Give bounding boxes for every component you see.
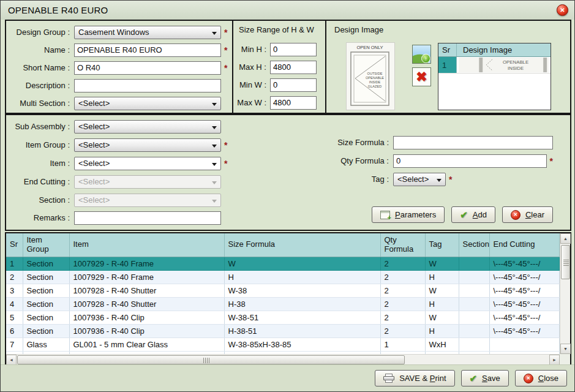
mini-sr-header: Sr	[438, 43, 457, 56]
item-select[interactable]: <Select>	[74, 157, 221, 170]
size-formula-label: Size Formula :	[325, 138, 393, 147]
design-image-row[interactable]: 1 OPENABLE INSIDE	[438, 57, 551, 74]
delete-image-button[interactable]: ✖	[412, 67, 431, 86]
col-section[interactable]: Section	[459, 233, 489, 257]
clear-button[interactable]: ✕ Clear	[502, 206, 553, 223]
printer-icon	[383, 374, 394, 383]
dialog-title: OPENABLE R40 EURO	[8, 5, 108, 15]
window-diagram: OPEN ONLY OUTSIDE OPENABLE INSIDE GLAZED	[347, 43, 393, 108]
name-field[interactable]	[74, 43, 221, 57]
scroll-up-icon[interactable]: ▲	[560, 233, 571, 244]
table-row[interactable]: 5Section 1007936 - R-40 ClipW-38-51 2W \…	[6, 311, 560, 324]
add-button[interactable]: ✔ Add	[451, 206, 495, 223]
svg-text:OPEN ONLY: OPEN ONLY	[356, 45, 383, 50]
min-w-field[interactable]	[270, 78, 317, 92]
qty-formula-field[interactable]	[393, 154, 547, 168]
col-item[interactable]: Item	[69, 233, 224, 257]
design-group-label: Design Group :	[6, 28, 74, 37]
col-qty-formula[interactable]: Qty Formula	[380, 233, 425, 257]
chevron-down-icon	[212, 126, 217, 129]
check-icon: ✔	[470, 374, 478, 383]
save-button[interactable]: ✔ Save	[461, 370, 509, 386]
item-group-select[interactable]: <Select>	[74, 138, 221, 152]
size-range-title: Size Range of H & W	[239, 25, 314, 34]
scroll-down-icon[interactable]: ▼	[560, 344, 571, 354]
sub-assembly-select[interactable]: <Select>	[74, 120, 221, 134]
col-item-group[interactable]: Item Group	[23, 233, 69, 257]
design-image-thumbnail: OPENABLE INSIDE	[457, 57, 551, 73]
table-row[interactable]: 2Section 1007929 - R-40 FrameH 2H \---45…	[6, 270, 560, 284]
table-row[interactable]: 3Section 1007928 - R-40 ShutterW-38 2W \…	[6, 284, 560, 297]
tag-label: Tag :	[325, 175, 393, 184]
vertical-scroll-thumb[interactable]	[561, 245, 570, 279]
design-group-select[interactable]: Casement Windows	[74, 26, 221, 39]
parameters-button[interactable]: + Parameters	[372, 206, 445, 223]
design-info-section: Design Group : Casement Windows * Name :…	[6, 21, 233, 113]
footer-bar: SAVE & Print ✔ Save ✕ Close	[1, 364, 574, 391]
design-group-value: Casement Windows	[78, 28, 149, 37]
design-image-table-header: Sr Design Image	[438, 43, 551, 57]
titlebar: OPENABLE R40 EURO ✕	[1, 1, 574, 20]
scroll-right-icon[interactable]: ►	[549, 355, 560, 365]
item-action-buttons: + Parameters ✔ Add ✕ Clear	[372, 206, 553, 223]
end-cutting-select: <Select>	[74, 175, 221, 189]
svg-text:GLAZED: GLAZED	[368, 85, 381, 88]
item-group-value: <Select>	[78, 140, 110, 149]
short-name-label: Short Name :	[6, 63, 74, 72]
chevron-down-icon	[212, 103, 217, 106]
col-tag[interactable]: Tag	[425, 233, 459, 257]
min-h-label: Min H :	[233, 45, 270, 54]
vertical-scrollbar[interactable]: ▲ ▼	[560, 233, 570, 354]
save-print-button[interactable]: SAVE & Print	[375, 370, 454, 386]
horizontal-scroll-thumb[interactable]	[17, 355, 405, 364]
section-label: Section :	[6, 195, 74, 205]
svg-text:OPENABLE: OPENABLE	[366, 76, 384, 80]
scroll-left-icon[interactable]: ◄	[6, 355, 17, 365]
table-row[interactable]: 6Section 1007936 - R-40 ClipH-38-51 2H \…	[6, 324, 560, 337]
table-row[interactable]: 7Glass GL001 - 5 mm Clear GlassW-38-85xH…	[6, 337, 560, 351]
thumbnail-graphic: OPENABLE INSIDE	[459, 58, 549, 72]
sub-assembly-value: <Select>	[78, 122, 110, 131]
min-h-field[interactable]	[270, 43, 317, 56]
item-label: Item :	[6, 159, 74, 168]
item-value: <Select>	[78, 159, 110, 168]
chevron-down-icon	[437, 179, 442, 182]
qty-formula-label: Qty Formula :	[325, 156, 393, 165]
required-asterisk: *	[224, 140, 227, 150]
required-asterisk: *	[224, 28, 227, 37]
max-w-label: Max W :	[233, 98, 270, 107]
footer-buttons: SAVE & Print ✔ Save ✕ Close	[375, 370, 567, 386]
max-w-field[interactable]	[270, 96, 317, 110]
table-row[interactable]: 1Section 1007929 - R-40 FrameW 2W \---45…	[6, 257, 560, 270]
items-grid: Sr Item Group Item Size Formula Qty Form…	[6, 233, 560, 354]
col-sr[interactable]: Sr	[6, 233, 23, 257]
col-end-cutting[interactable]: End Cutting	[489, 233, 560, 257]
size-formula-field[interactable]	[393, 136, 553, 149]
col-size-formula[interactable]: Size Formula	[224, 233, 380, 257]
end-cutting-value: <Select>	[78, 177, 110, 186]
max-h-field[interactable]	[270, 61, 317, 74]
remarks-field[interactable]	[74, 211, 221, 225]
size-range-section: Size Range of H & W Min H : Max H : Min …	[233, 21, 326, 113]
chevron-down-icon	[212, 163, 217, 166]
end-cutting-label: End Cutting :	[6, 177, 74, 186]
tag-select[interactable]: <Select>	[393, 173, 446, 186]
tag-value: <Select>	[397, 175, 429, 184]
check-icon: ✔	[460, 210, 468, 219]
table-row[interactable]: 4Section 1007928 - R-40 ShutterH-38 2H \…	[6, 297, 560, 311]
required-asterisk: *	[449, 175, 452, 184]
scrollbar-corner	[560, 354, 570, 364]
horizontal-scrollbar[interactable]: ◄ ►	[6, 354, 560, 364]
remarks-label: Remarks :	[6, 213, 74, 222]
close-icon[interactable]: ✕	[557, 4, 568, 16]
multi-section-select[interactable]: <Select>	[74, 97, 221, 110]
description-field[interactable]	[74, 79, 221, 92]
upload-arrow-icon: ↑	[421, 54, 430, 63]
delete-x-icon: ✖	[416, 70, 427, 84]
thumb-grip	[563, 259, 569, 266]
close-button[interactable]: ✕ Close	[515, 370, 567, 386]
items-grid-panel: Sr Item Group Item Size Formula Qty Form…	[5, 232, 571, 366]
short-name-field[interactable]	[74, 61, 221, 75]
upload-image-button[interactable]: ↑	[412, 45, 431, 64]
chevron-down-icon	[212, 200, 217, 203]
